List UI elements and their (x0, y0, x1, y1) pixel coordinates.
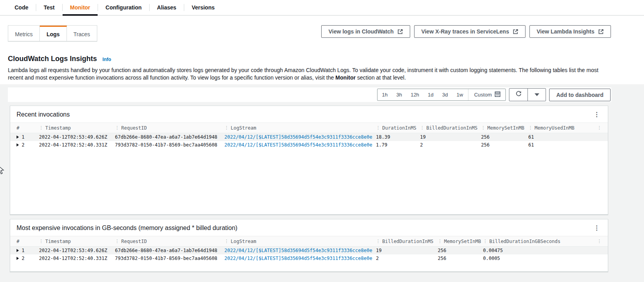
column-handle-icon[interactable]: ⋮ (39, 125, 43, 130)
tab-monitor[interactable]: Monitor (63, 0, 98, 15)
column-header-billeddurationinms[interactable]: ⋮BilledDurationInMS (375, 239, 437, 244)
column-handle-icon[interactable]: ⋮ (224, 125, 229, 130)
custom-range-button[interactable]: Custom (469, 91, 505, 98)
column-header-timestamp[interactable]: ⋮Timestamp (38, 125, 114, 131)
external-link-icon (397, 29, 403, 35)
logstream-link[interactable]: 2022/04/12/[$LATEST]58d35694d5f54e3c9311… (224, 248, 372, 253)
recent-table-header: # ⋮Timestamp ⋮RequestID ⋮LogStream ⋮Dura… (10, 122, 608, 133)
table-row[interactable]: 1 2022-04-12T02:53:49.626Z 67db266e-8680… (10, 247, 608, 254)
range-1d[interactable]: 1d (424, 89, 438, 100)
monitor-controls-row: Metrics Logs Traces View logs in CloudWa… (8, 25, 611, 41)
column-handle-icon[interactable]: ⋮ (115, 239, 119, 244)
add-to-dashboard-button[interactable]: Add to dashboard (549, 89, 611, 101)
range-3h[interactable]: 3h (392, 89, 406, 100)
column-handle-icon[interactable]: ⋮ (376, 125, 380, 130)
column-handle-icon[interactable]: ⋮ (481, 125, 485, 130)
logstream-link[interactable]: 2022/04/12/[$LATEST]58d35694d5f54e3c9311… (224, 134, 372, 140)
expand-row-icon[interactable] (17, 257, 19, 260)
lambda-monitor-page: Code Test Monitor Configuration Aliases … (0, 0, 644, 282)
view-xray-servicelens-button[interactable]: View X-Ray traces in ServiceLens (414, 25, 526, 38)
table-row[interactable]: 2 2022-04-12T02:52:40.331Z 793d3782-0150… (10, 254, 608, 262)
table-row[interactable]: 1 2022-04-12T02:53:49.626Z 67db266e-8680… (10, 133, 608, 141)
column-header-memoryusedinmb[interactable]: ⋮MemoryUsedInMB⋮ (527, 125, 601, 131)
column-handle-icon[interactable]: ⋮ (438, 239, 442, 244)
column-handle-icon[interactable]: ⋮ (483, 239, 487, 244)
expand-row-icon[interactable] (17, 135, 19, 139)
column-header-number[interactable]: # (17, 125, 38, 131)
monitor-subtabs: Metrics Logs Traces (8, 25, 97, 41)
refresh-options-button[interactable] (527, 89, 546, 101)
column-handle-icon[interactable]: ⋮ (224, 239, 229, 244)
expensive-invocations-panel: Most expensive invocations in GB-seconds… (10, 219, 608, 272)
column-header-requestid[interactable]: ⋮RequestID (114, 239, 224, 244)
time-toolbar: 1h 3h 12h 1d 3d 1w Custom (8, 87, 611, 102)
column-handle-icon[interactable]: ⋮ (376, 239, 380, 244)
column-header-number[interactable]: # (17, 239, 38, 244)
section-description: Lambda logs all requests handled by your… (8, 67, 609, 82)
tab-aliases[interactable]: Aliases (150, 0, 184, 15)
refresh-icon (515, 91, 522, 99)
view-logs-cloudwatch-button[interactable]: View logs in CloudWatch (321, 25, 410, 38)
subtab-traces[interactable]: Traces (67, 26, 97, 41)
panel-menu-icon[interactable]: ⋮ (592, 224, 601, 232)
expensive-table-header: # ⋮Timestamp ⋮RequestID ⋮LogStream ⋮Bill… (10, 236, 608, 247)
column-header-requestid[interactable]: ⋮RequestID (114, 125, 224, 131)
column-header-billeddurationinms[interactable]: ⋮BilledDurationInMS (419, 125, 480, 131)
tab-test[interactable]: Test (36, 0, 62, 15)
logstream-link[interactable]: 2022/04/12/[$LATEST]58d35694d5f54e3c9311… (224, 142, 372, 148)
range-1h[interactable]: 1h (378, 89, 392, 100)
tab-code[interactable]: Code (7, 0, 36, 15)
column-header-durationinms[interactable]: ⋮DurationInMS (375, 125, 419, 131)
subtab-metrics[interactable]: Metrics (8, 26, 40, 41)
logstream-link[interactable]: 2022/04/12/[$LATEST]58d35694d5f54e3c9311… (224, 256, 372, 261)
recent-invocations-title: Recent invocations (17, 111, 70, 118)
function-tabbar: Code Test Monitor Configuration Aliases … (0, 0, 644, 16)
panel-menu-icon[interactable]: ⋮ (592, 111, 601, 119)
page-title: CloudWatch Logs Insights (8, 55, 97, 63)
range-12h[interactable]: 12h (406, 89, 424, 100)
range-divider (468, 89, 468, 100)
column-handle-icon[interactable]: ⋮ (420, 125, 424, 130)
column-header-memorysetinmb[interactable]: ⋮MemorySetInMB (480, 125, 527, 131)
column-handle-icon[interactable]: ⋮ (115, 125, 119, 130)
external-link-icon (598, 29, 604, 35)
column-handle-icon[interactable]: ⋮ (39, 239, 43, 244)
refresh-button[interactable] (509, 89, 527, 101)
column-settings-icon[interactable]: ⋮ (597, 125, 601, 130)
external-actions: View logs in CloudWatch View X-Ray trace… (321, 25, 611, 38)
column-header-memorysetinmb[interactable]: ⋮MemorySetInMB (437, 239, 482, 244)
tab-configuration[interactable]: Configuration (98, 0, 149, 15)
column-header-logstream[interactable]: ⋮LogStream (224, 239, 375, 244)
column-header-timestamp[interactable]: ⋮Timestamp (38, 239, 114, 244)
column-handle-icon[interactable]: ⋮ (528, 125, 533, 130)
calendar-icon (494, 91, 501, 98)
expand-row-icon[interactable] (17, 249, 19, 252)
info-link[interactable]: Info (102, 57, 111, 62)
column-header-logstream[interactable]: ⋮LogStream (224, 125, 375, 131)
time-range-selector: 1h 3h 12h 1d 3d 1w Custom (377, 89, 506, 101)
expand-row-icon[interactable] (17, 143, 19, 147)
content-area: 1h 3h 12h 1d 3d 1w Custom (0, 84, 644, 282)
expensive-invocations-title: Most expensive invocations in GB-seconds… (17, 224, 237, 232)
column-header-billeddurationingbseconds[interactable]: ⋮BilledDurationInGBSeconds⋮ (482, 239, 601, 244)
range-3d[interactable]: 3d (438, 89, 452, 100)
section-heading-row: CloudWatch Logs Insights Info (8, 55, 111, 63)
view-lambda-insights-button[interactable]: View Lambda Insights (529, 25, 611, 38)
caret-down-icon (535, 93, 539, 96)
column-settings-icon[interactable]: ⋮ (597, 239, 601, 244)
refresh-split-button (509, 88, 546, 101)
range-1w[interactable]: 1w (452, 89, 468, 100)
tab-versions[interactable]: Versions (184, 0, 222, 15)
subtab-logs[interactable]: Logs (40, 26, 67, 41)
external-link-icon (513, 29, 518, 35)
table-row[interactable]: 2 2022-04-12T02:52:40.331Z 793d3782-0150… (10, 141, 608, 149)
recent-invocations-panel: Recent invocations ⋮ # ⋮Timestamp ⋮Reque… (10, 106, 608, 215)
